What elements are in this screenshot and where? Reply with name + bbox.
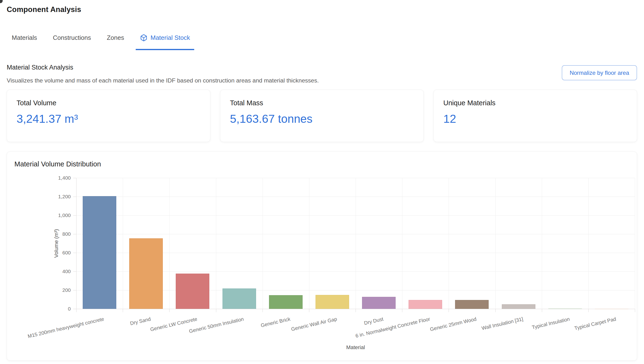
- component-analysis-page: Component Analysis MaterialsConstruction…: [0, 0, 644, 364]
- tab-zones[interactable]: Zones: [106, 34, 124, 50]
- stat-label: Total Volume: [16, 99, 200, 107]
- tab-label: Zones: [107, 34, 124, 42]
- tab-materials[interactable]: Materials: [11, 34, 38, 50]
- stat-value: 3,241.37 m³: [16, 112, 200, 126]
- section-description: Visualizes the volume and mass of each m…: [7, 77, 319, 84]
- stat-card-unique-materials: Unique Materials12: [434, 90, 637, 142]
- tab-label: Materials: [12, 34, 37, 42]
- tab-label: Material Stock: [150, 34, 190, 42]
- stat-card-total-mass: Total Mass5,163.67 tonnes: [220, 90, 424, 142]
- page-title: Component Analysis: [7, 5, 81, 14]
- chart-title: Material Volume Distribution: [14, 160, 101, 168]
- normalize-by-floor-area-button[interactable]: Normalize by floor area: [562, 65, 637, 80]
- stat-label: Total Mass: [230, 99, 414, 107]
- tab-constructions[interactable]: Constructions: [52, 34, 91, 50]
- box-icon: [140, 34, 148, 42]
- section-heading: Material Stock Analysis: [7, 64, 73, 71]
- tab-material-stock[interactable]: Material Stock: [140, 34, 190, 50]
- stat-label: Unique Materials: [443, 99, 627, 107]
- stat-value: 12: [443, 112, 627, 126]
- stat-cards-row: Total Volume3,241.37 m³Total Mass5,163.6…: [7, 90, 637, 142]
- material-volume-chart-card: [7, 152, 637, 361]
- tab-label: Constructions: [53, 34, 91, 42]
- stat-card-total-volume: Total Volume3,241.37 m³: [7, 90, 210, 142]
- stat-value: 5,163.67 tonnes: [230, 112, 414, 126]
- tab-bar: MaterialsConstructionsZonesMaterial Stoc…: [11, 34, 205, 50]
- window-corner-artifact: [0, 0, 3, 3]
